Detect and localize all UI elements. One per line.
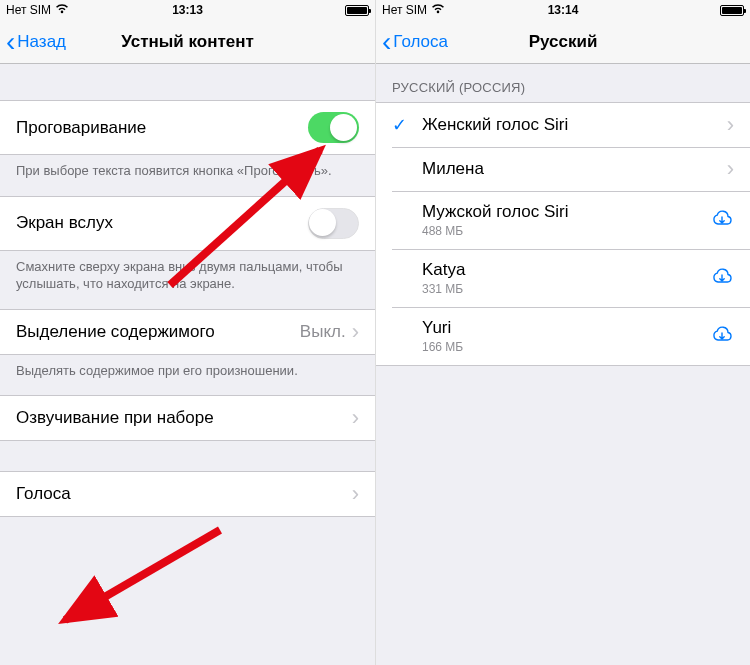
row-voices[interactable]: Голоса › [0,471,375,516]
row-label: Экран вслух [16,213,113,233]
chevron-right-icon: › [352,483,359,505]
nav-bar: ‹ Назад Устный контент [0,20,375,64]
voice-name: Женский голос Siri [422,115,727,135]
status-bar: Нет SIM 13:13 [0,0,375,20]
chevron-left-icon: ‹ [382,28,391,56]
row-value: Выкл. [300,322,346,342]
back-button[interactable]: ‹ Голоса [376,28,448,56]
settings-list: Проговаривание При выборе текста появитс… [0,64,375,665]
voice-row[interactable]: Милена› [376,147,750,191]
footer-highlight: Выделять содержимое при его произношении… [0,355,375,396]
chevron-left-icon: ‹ [6,28,15,56]
voice-name: Yuri [422,318,710,338]
voice-name: Katya [422,260,710,280]
section-header: РУССКИЙ (РОССИЯ) [376,64,750,102]
chevron-right-icon: › [352,407,359,429]
toggle-speak-screen[interactable] [308,208,359,239]
voice-size: 166 МБ [422,340,710,354]
screen-russian-voices: Нет SIM 13:14 ‹ Голоса Русский РУССКИЙ (… [375,0,750,665]
back-label: Голоса [393,32,448,52]
toggle-speak-selection[interactable] [308,112,359,143]
voice-row[interactable]: Мужской голос Siri488 МБ [376,191,750,249]
status-bar: Нет SIM 13:14 [376,0,750,20]
chevron-right-icon: › [727,114,734,136]
voice-name: Милена [422,159,727,179]
footer-speak-selection: При выборе текста появится кнопка «Прого… [0,155,375,196]
clock: 13:13 [0,3,375,17]
row-label: Проговаривание [16,118,146,138]
row-typing-feedback[interactable]: Озвучивание при наборе › [0,395,375,440]
chevron-right-icon: › [727,158,734,180]
row-label: Озвучивание при наборе [16,408,214,428]
voices-list: РУССКИЙ (РОССИЯ) ✓Женский голос Siri›Мил… [376,64,750,665]
row-label: Выделение содержимого [16,322,215,342]
cloud-download-icon[interactable] [710,208,734,232]
row-highlight-content[interactable]: Выделение содержимого Выкл. › [0,309,375,354]
voice-row[interactable]: Yuri166 МБ [376,307,750,365]
voice-size: 331 МБ [422,282,710,296]
back-button[interactable]: ‹ Назад [0,28,66,56]
back-label: Назад [17,32,66,52]
battery-icon [345,5,369,16]
footer-speak-screen: Смахните сверху экрана вниз двумя пальца… [0,251,375,309]
cloud-download-icon[interactable] [710,324,734,348]
battery-icon [720,5,744,16]
chevron-right-icon: › [352,321,359,343]
voice-row[interactable]: ✓Женский голос Siri› [376,102,750,147]
voice-name: Мужской голос Siri [422,202,710,222]
voice-size: 488 МБ [422,224,710,238]
screen-spoken-content: Нет SIM 13:13 ‹ Назад Устный контент Про… [0,0,375,665]
row-speak-screen[interactable]: Экран вслух [0,196,375,250]
row-speak-selection[interactable]: Проговаривание [0,100,375,154]
cloud-download-icon[interactable] [710,266,734,290]
row-label: Голоса [16,484,71,504]
clock: 13:14 [376,3,750,17]
voice-row[interactable]: Katya331 МБ [376,249,750,307]
checkmark-icon: ✓ [392,114,422,136]
nav-bar: ‹ Голоса Русский [376,20,750,64]
